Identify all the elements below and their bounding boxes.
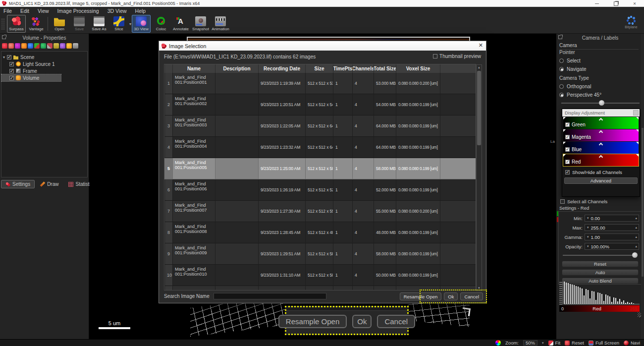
- callout-ok-button[interactable]: Ok: [352, 315, 372, 328]
- navigate-radio[interactable]: [559, 67, 564, 71]
- table-row[interactable]: 1 Mark_and_Find 001:Position001 9/23/202…: [164, 73, 476, 94]
- slice-button[interactable]: Slice: [109, 15, 128, 33]
- dropdown-icon[interactable]: ▾: [587, 235, 589, 239]
- creation-tool-icon[interactable]: [8, 43, 14, 49]
- min-value[interactable]: 0.00: [591, 216, 600, 221]
- reset-view-button[interactable]: Reset: [565, 340, 584, 346]
- menu-image-processing[interactable]: Image Processing: [57, 8, 99, 14]
- table-row[interactable]: 3 Mark_and_Find 001:Position003 9/23/202…: [164, 115, 476, 137]
- channel-magenta-bar[interactable]: Magenta: [563, 129, 639, 141]
- toolbar-grip[interactable]: [1, 18, 5, 29]
- pointer-navigate-option[interactable]: Navigate: [559, 66, 586, 72]
- slider-thumb[interactable]: [632, 252, 638, 258]
- orthogonal-radio[interactable]: [559, 84, 564, 89]
- channel-gamma-handle[interactable]: [599, 118, 603, 122]
- opacity-value[interactable]: 100.00%: [591, 244, 610, 249]
- display-adjustment-close-icon[interactable]: [633, 110, 639, 115]
- channel-range-bar[interactable]: 0 Red 255: [559, 305, 640, 312]
- dropdown-icon[interactable]: ▾: [587, 226, 589, 230]
- auto-button[interactable]: Auto: [562, 269, 639, 276]
- creation-tool-icon[interactable]: [41, 43, 46, 49]
- close-button[interactable]: [625, 0, 644, 7]
- opacity-slider[interactable]: [563, 252, 638, 258]
- display-adjustment-titlebar[interactable]: Display Adjustment: [562, 109, 640, 116]
- tree-item-light-source[interactable]: Light Source 1: [1, 60, 87, 67]
- slider-thumb[interactable]: [599, 100, 604, 106]
- show-hide-checkbox[interactable]: [565, 170, 570, 174]
- menu-file[interactable]: File: [3, 8, 12, 14]
- menu-edit[interactable]: Edit: [20, 8, 29, 14]
- light-source-checkbox[interactable]: [9, 62, 14, 66]
- coloc-button[interactable]: Coloc: [152, 15, 170, 33]
- max-spinbox[interactable]: ▾ 255.00 ▴: [585, 224, 639, 231]
- color-wheel-icon[interactable]: [495, 340, 501, 346]
- popout-icon[interactable]: [2, 35, 6, 39]
- thumbnail-preview-option[interactable]: Thumbnail preview: [433, 54, 481, 59]
- creation-tool-icon[interactable]: [60, 43, 65, 49]
- intensity-histogram[interactable]: [559, 281, 640, 304]
- channel-blue-bar[interactable]: Blue: [563, 142, 639, 154]
- table-row[interactable]: 5 Mark_and_Find 001:Position005 9/23/202…: [164, 158, 476, 179]
- spin-up-icon[interactable]: ▴: [635, 235, 637, 239]
- select-all-channels-option[interactable]: Select all Channels: [560, 199, 607, 204]
- tree-collapse-icon[interactable]: ▾: [3, 55, 5, 59]
- vantage-button[interactable]: Vantage: [27, 15, 46, 33]
- minimize-button[interactable]: [588, 0, 606, 7]
- creation-tool-icon[interactable]: [54, 43, 59, 49]
- min-spinbox[interactable]: ▾ 0.00 ▴: [585, 215, 639, 222]
- scroll-up-icon[interactable]: ▲: [477, 65, 482, 70]
- header-recording-date[interactable]: Recording Date: [258, 64, 305, 73]
- dialog-close-icon[interactable]: ✕: [479, 42, 483, 49]
- panel-scrollbar[interactable]: [641, 34, 644, 339]
- perspective-slider[interactable]: [561, 100, 640, 106]
- table-row[interactable]: 10 Mark_and_Find 001:Position010 9/23/20…: [164, 265, 476, 286]
- gamma-value[interactable]: 1.00: [591, 234, 600, 240]
- menu-view[interactable]: View: [38, 8, 49, 14]
- scrollbar-thumb[interactable]: [642, 128, 644, 277]
- dialog-titlebar[interactable]: Image Selection ✕: [159, 41, 486, 51]
- creation-tool-icon[interactable]: [66, 43, 72, 49]
- creation-tool-icon[interactable]: [34, 43, 40, 49]
- channel-red-checkbox[interactable]: [565, 160, 570, 164]
- channel-magenta-checkbox[interactable]: [565, 135, 570, 139]
- search-image-input[interactable]: [214, 293, 326, 299]
- snapshot-button[interactable]: Snapshot: [191, 15, 210, 33]
- popout-icon[interactable]: [558, 35, 562, 39]
- perspective-radio[interactable]: [559, 93, 564, 97]
- channel-green-checkbox[interactable]: [565, 122, 570, 127]
- max-value[interactable]: 255.00: [591, 225, 605, 231]
- surpass-button[interactable]: Surpass: [7, 15, 26, 33]
- save-as-button[interactable]: Save As: [90, 15, 108, 33]
- creation-tool-icon[interactable]: [15, 43, 20, 49]
- advanced-button[interactable]: Advanced: [564, 177, 638, 184]
- table-row[interactable]: 4 Mark_and_Find 001:Position004 9/23/202…: [164, 137, 476, 158]
- tree-item-volume[interactable]: Volume: [1, 74, 61, 81]
- channel-blue-checkbox[interactable]: [565, 147, 570, 152]
- header-total-size[interactable]: Total Size: [374, 64, 396, 73]
- header-timepts[interactable]: TimePts: [333, 64, 352, 73]
- volume-checkbox[interactable]: [9, 76, 14, 80]
- header-description[interactable]: Description: [215, 64, 258, 73]
- dropdown-icon[interactable]: ▾: [587, 216, 589, 220]
- scene-checkbox[interactable]: [7, 55, 11, 59]
- slice-dropdown-icon[interactable]: ▾: [129, 22, 131, 26]
- header-name[interactable]: Name: [172, 64, 215, 73]
- zoom-dropdown-icon[interactable]: ▾: [542, 341, 544, 345]
- spin-up-icon[interactable]: ▴: [635, 244, 637, 248]
- frame-checkbox[interactable]: [9, 69, 14, 73]
- callout-cancel-button[interactable]: Cancel: [377, 315, 415, 328]
- channel-red-bar[interactable]: Red: [563, 154, 639, 166]
- show-hide-channels-option[interactable]: Show/Hide all Channels: [565, 170, 640, 175]
- channel-green-bar[interactable]: Green: [563, 117, 639, 129]
- header-size[interactable]: Size: [305, 64, 333, 73]
- tab-settings[interactable]: Settings: [1, 180, 35, 188]
- restore-button[interactable]: [606, 0, 625, 7]
- opacity-spinbox[interactable]: ▾ 100.00% ▴: [585, 243, 639, 250]
- tree-item-frame[interactable]: Frame: [1, 67, 87, 74]
- spin-up-icon[interactable]: ▴: [635, 226, 637, 230]
- creation-tool-icon[interactable]: [28, 43, 33, 49]
- gamma-spinbox[interactable]: ▾ 1.00 ▴: [585, 233, 639, 240]
- table-row[interactable]: 9 Mark_and_Find 001:Position009 9/23/202…: [164, 243, 476, 265]
- table-row[interactable]: 8 Mark_and_Find 001:Position008 9/23/202…: [164, 222, 476, 243]
- fit-button[interactable]: Fit: [548, 340, 561, 346]
